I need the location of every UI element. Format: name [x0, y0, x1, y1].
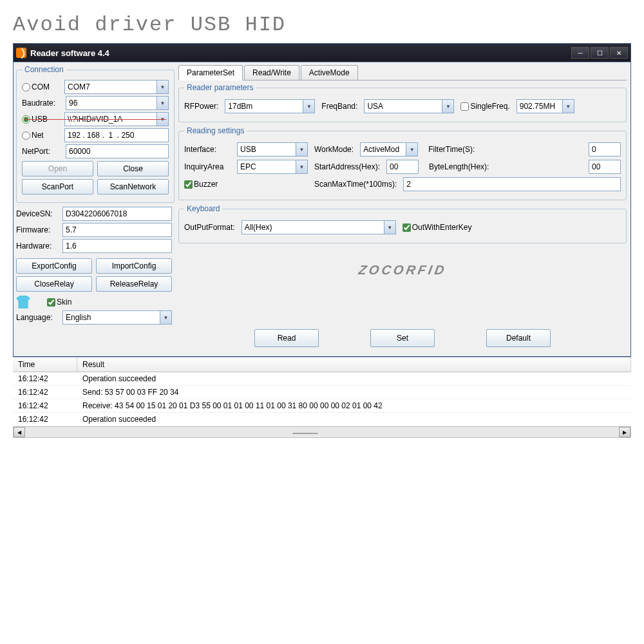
- inquiryarea-value: EPC: [238, 162, 296, 171]
- startaddr-input[interactable]: [386, 160, 419, 174]
- horizontal-scrollbar[interactable]: ◀ ▶: [13, 426, 631, 438]
- scanport-button[interactable]: ScanPort: [22, 179, 93, 194]
- chevron-down-icon[interactable]: ▼: [442, 100, 453, 113]
- chevron-down-icon[interactable]: ▼: [296, 143, 307, 156]
- radio-net[interactable]: [22, 131, 30, 140]
- log-body: 16:12:42Operation succeeded16:12:42Send:…: [13, 372, 631, 426]
- outenter-checkbox[interactable]: [402, 223, 411, 232]
- log-col-result[interactable]: Result: [77, 357, 631, 372]
- log-col-time[interactable]: Time: [13, 357, 77, 372]
- freqband-dropdown[interactable]: USA▼: [364, 99, 454, 113]
- scroll-thumb[interactable]: [292, 433, 318, 434]
- net-ip-input[interactable]: [64, 128, 169, 142]
- filtertime-label: FilterTime(S):: [428, 145, 475, 154]
- baudrate-value: 96: [66, 99, 156, 108]
- log-row[interactable]: 16:12:42Operation succeeded: [13, 372, 631, 386]
- reading-settings-legend: Reading settings: [184, 126, 247, 135]
- singlefreq-value: 902.75MH: [517, 102, 562, 111]
- chevron-down-icon[interactable]: ▼: [562, 100, 574, 113]
- radio-com-label[interactable]: COM: [22, 82, 61, 91]
- tshirt-icon[interactable]: [16, 296, 30, 308]
- outputformat-dropdown[interactable]: All(Hex)▼: [242, 220, 396, 234]
- hardware-input[interactable]: [62, 239, 172, 253]
- firmware-input[interactable]: [62, 223, 172, 237]
- close-button[interactable]: Close: [97, 161, 169, 176]
- exportconfig-button[interactable]: ExportConfig: [16, 258, 92, 274]
- log-row[interactable]: 16:12:42Send: 53 57 00 03 FF 20 34: [13, 386, 631, 399]
- skin-checkbox[interactable]: [47, 298, 55, 307]
- buzzer-label[interactable]: Buzzer: [184, 180, 231, 189]
- bytelen-input[interactable]: [589, 160, 621, 174]
- importconfig-button[interactable]: ImportConfig: [96, 258, 172, 274]
- sidebar: Connection COM COM7 ▼ Baudrate: 96 ▼: [14, 62, 175, 356]
- log-result: Operation succeeded: [77, 413, 631, 426]
- tab-parameterset[interactable]: ParameterSet: [178, 65, 243, 80]
- scannetwork-button[interactable]: ScanNetwork: [97, 179, 169, 194]
- com-value: COM7: [65, 82, 156, 91]
- close-window-button[interactable]: ✕: [610, 47, 628, 59]
- closerelay-button[interactable]: CloseRelay: [16, 276, 92, 292]
- scanmax-input[interactable]: [403, 177, 621, 191]
- log-result: Send: 53 57 00 03 FF 20 34: [77, 386, 631, 399]
- baudrate-label: Baudrate:: [22, 99, 62, 108]
- workmode-dropdown[interactable]: ActiveMod▼: [360, 142, 418, 156]
- log-row[interactable]: 16:12:42Receive: 43 54 00 15 01 20 01 D3…: [13, 399, 631, 413]
- log-row[interactable]: 16:12:42Operation succeeded: [13, 413, 631, 426]
- rfpower-dropdown[interactable]: 17dBm▼: [225, 99, 315, 113]
- reading-settings-group: Reading settings Interface: USB▼ WorkMod…: [178, 126, 627, 200]
- minimize-button[interactable]: ─: [571, 47, 589, 59]
- outputformat-label: OutPutFormat:: [184, 223, 235, 232]
- netport-input[interactable]: [66, 144, 169, 158]
- open-button: Open: [22, 161, 93, 176]
- chevron-down-icon[interactable]: ▼: [384, 221, 395, 234]
- chevron-down-icon[interactable]: ▼: [156, 97, 168, 109]
- filtertime-input[interactable]: [589, 142, 621, 156]
- chevron-down-icon[interactable]: ▼: [160, 311, 171, 324]
- singlefreq-dropdown[interactable]: 902.75MH▼: [516, 99, 574, 113]
- watermark-text: ZOCORFID: [177, 263, 628, 278]
- reader-params-group: Reader parameters RFPower: 17dBm▼ FreqBa…: [178, 83, 627, 122]
- outputformat-value: All(Hex): [242, 223, 384, 232]
- startaddr-label: StartAddress(Hex):: [314, 162, 380, 171]
- default-button[interactable]: Default: [486, 329, 551, 347]
- titlebar[interactable]: Reader software 4.4 ─ ☐ ✕: [14, 44, 630, 62]
- releaserelay-button[interactable]: ReleaseRelay: [96, 276, 172, 292]
- inquiryarea-dropdown[interactable]: EPC▼: [237, 160, 308, 174]
- outenter-label[interactable]: OutWithEnterKey: [402, 223, 472, 232]
- devicesn-input[interactable]: [62, 207, 172, 221]
- devicesn-label: DeviceSN:: [16, 209, 59, 218]
- buzzer-checkbox[interactable]: [184, 180, 193, 189]
- scroll-left-icon[interactable]: ◀: [14, 427, 25, 437]
- rfpower-value: 17dBm: [225, 102, 303, 111]
- tab-bar: ParameterSet Read/Write ActiveMode: [178, 65, 627, 80]
- scroll-right-icon[interactable]: ▶: [619, 427, 630, 437]
- tab-readwrite[interactable]: Read/Write: [244, 65, 299, 80]
- radio-net-label[interactable]: Net: [22, 131, 61, 140]
- skin-checkbox-label[interactable]: Skin: [47, 298, 86, 307]
- interface-dropdown[interactable]: USB▼: [237, 142, 308, 156]
- maximize-button[interactable]: ☐: [591, 47, 609, 59]
- chevron-down-icon[interactable]: ▼: [406, 143, 417, 156]
- log-result: Operation succeeded: [77, 372, 631, 385]
- tab-activemode[interactable]: ActiveMode: [301, 65, 358, 80]
- chevron-down-icon[interactable]: ▼: [156, 80, 168, 93]
- language-label: Language:: [16, 313, 59, 322]
- chevron-down-icon[interactable]: ▼: [296, 160, 307, 173]
- log-result: Receive: 43 54 00 15 01 20 01 D3 55 00 0…: [77, 399, 631, 412]
- singlefreq-label[interactable]: SingleFreq.: [460, 102, 509, 111]
- set-button[interactable]: Set: [370, 329, 435, 347]
- freqband-value: USA: [365, 102, 442, 111]
- baudrate-dropdown[interactable]: 96 ▼: [66, 96, 169, 110]
- chevron-down-icon[interactable]: ▼: [303, 100, 314, 113]
- reader-params-legend: Reader parameters: [184, 83, 256, 92]
- language-dropdown[interactable]: English ▼: [62, 310, 172, 325]
- interface-label: Interface:: [184, 145, 231, 154]
- singlefreq-checkbox[interactable]: [460, 102, 469, 111]
- radio-com[interactable]: [22, 83, 30, 91]
- log-time: 16:12:42: [13, 413, 77, 426]
- com-dropdown[interactable]: COM7 ▼: [64, 80, 169, 94]
- connection-legend: Connection: [22, 65, 66, 74]
- underline-decor: [24, 119, 166, 120]
- read-button[interactable]: Read: [254, 329, 319, 347]
- bytelen-label: ByteLength(Hex):: [429, 162, 489, 171]
